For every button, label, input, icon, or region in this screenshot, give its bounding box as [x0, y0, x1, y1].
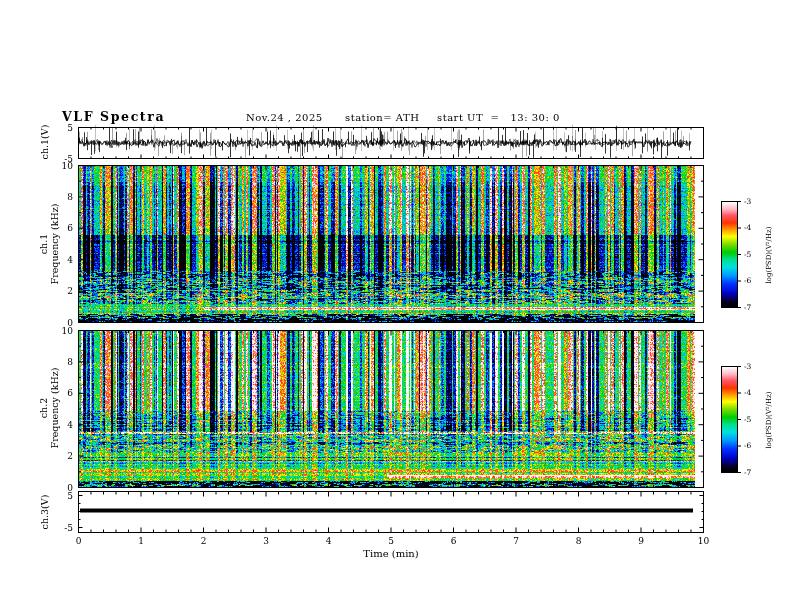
ch1-spec-ytick-label: 4 [49, 255, 73, 265]
vlf-spectra-figure: VLF Spectra Nov.24 , 2025 station= ATH s… [0, 0, 792, 612]
ch2-spec-ytick-label: 8 [49, 357, 73, 367]
ch2-spec-ytick-label: 4 [49, 420, 73, 430]
x-tick-label: 10 [698, 536, 709, 546]
ch1-wave-ytick-label: -5 [49, 154, 73, 164]
x-tick-label: 2 [201, 536, 207, 546]
colorbar-tick-label: -3 [744, 363, 751, 371]
ch1-spec-ylabel-line2: Frequency (kHz) [49, 204, 60, 285]
ch1-spec-ylabel-line1: ch.1 [39, 204, 50, 285]
ch2-spec-ytick-label: 2 [49, 451, 73, 461]
x-tick-label: 9 [638, 536, 644, 546]
colorbar-tick-label: -5 [744, 251, 751, 259]
ch1-spec-ytick-label: 8 [49, 192, 73, 202]
ch3-wave-ytick-label: -5 [49, 523, 73, 533]
colorbar-tick-label: -3 [744, 198, 751, 206]
colorbar-tick-label: -6 [744, 277, 751, 285]
ch1-colorbar-label: log(PSD)(V²/Hz) [765, 227, 773, 284]
colorbar-tick-label: -4 [744, 224, 751, 232]
ch1-spec-ytick-label: 6 [49, 223, 73, 233]
colorbar-tick-label: -7 [744, 304, 751, 312]
ch1-spec-ytick-label: 2 [49, 286, 73, 296]
x-tick-label: 5 [388, 536, 394, 546]
x-axis-title: Time (min) [363, 548, 418, 559]
colorbar-tick-label: -6 [744, 442, 751, 450]
header-date: Nov.24 , 2025 [246, 112, 323, 123]
ch2-spec-ytick-label: 10 [49, 326, 73, 336]
ch2-spec-ytick-label: 6 [49, 388, 73, 398]
x-tick-label: 3 [263, 536, 269, 546]
colorbar-tick-label: -7 [744, 469, 751, 477]
ch2-spec-ylabel: ch.2 Frequency (kHz) [39, 368, 60, 449]
x-tick-label: 1 [138, 536, 144, 546]
x-tick-label: 7 [513, 536, 519, 546]
ch2-spec-ylabel-line2: Frequency (kHz) [49, 368, 60, 449]
header-start-ut: start UT = 13: 30: 0 [437, 112, 560, 123]
x-tick-label: 6 [451, 536, 457, 546]
ch2-colorbar-label: log(PSD)(V²/Hz) [765, 392, 773, 449]
x-tick-label: 4 [326, 536, 332, 546]
colorbar-tick-label: -5 [744, 416, 751, 424]
ch2-spec-ylabel-line1: ch.2 [39, 368, 50, 449]
ch1-spec-ylabel: ch.1 Frequency (kHz) [39, 204, 60, 285]
axes-frame-canvas [0, 0, 792, 612]
header-station: station= ATH [345, 112, 419, 123]
colorbar-tick-label: -4 [744, 389, 751, 397]
x-tick-label: 8 [576, 536, 582, 546]
x-tick-label: 0 [76, 536, 82, 546]
ch3-wave-ytick-label: 5 [49, 491, 73, 501]
ch1-wave-ytick-label: 5 [49, 123, 73, 133]
figure-title: VLF Spectra [62, 109, 165, 124]
